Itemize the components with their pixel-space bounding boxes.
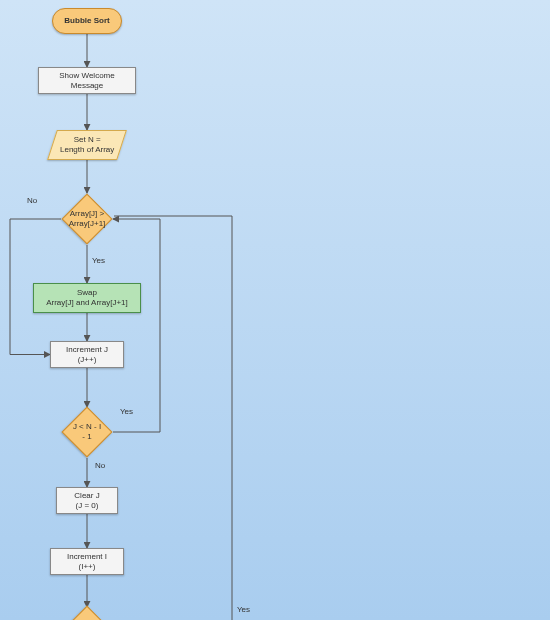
swap-node: SwapArray[J] and Array[J+1] bbox=[33, 283, 141, 313]
j-condition-label: J < N - I - 1 bbox=[65, 410, 109, 454]
welcome-node: Show Welcome Message bbox=[38, 67, 136, 94]
swap-label: SwapArray[J] and Array[J+1] bbox=[46, 288, 128, 308]
start-label: Bubble Sort bbox=[64, 16, 109, 26]
welcome-label: Show Welcome Message bbox=[45, 71, 129, 91]
edge-label-compare-yes: Yes bbox=[92, 256, 105, 265]
clear-j-node: Clear J(J = 0) bbox=[56, 487, 118, 514]
set-n-label: Set N =Length of Array bbox=[60, 135, 114, 155]
edge-label-compare-no: No bbox=[27, 196, 37, 205]
j-condition-decision: J < N - I - 1 bbox=[69, 414, 105, 450]
increment-j-label: Increment J(J++) bbox=[66, 345, 108, 365]
edge-label-jcond-no: No bbox=[95, 461, 105, 470]
increment-i-label: Increment I(I++) bbox=[67, 552, 107, 572]
set-n-node: Set N =Length of Array bbox=[47, 130, 127, 160]
clear-j-label: Clear J(J = 0) bbox=[74, 491, 99, 511]
edge-label-icond-yes: Yes bbox=[237, 605, 250, 614]
edge-label-jcond-yes: Yes bbox=[120, 407, 133, 416]
compare-label: Array[J] >Array[J+1] bbox=[65, 197, 109, 241]
increment-j-node: Increment J(J++) bbox=[50, 341, 124, 368]
flowchart-canvas: Bubble Sort Show Welcome Message Set N =… bbox=[0, 0, 550, 620]
compare-decision: Array[J] >Array[J+1] bbox=[69, 201, 105, 237]
increment-i-node: Increment I(I++) bbox=[50, 548, 124, 575]
i-condition-decision bbox=[74, 611, 100, 620]
start-node: Bubble Sort bbox=[52, 8, 122, 34]
